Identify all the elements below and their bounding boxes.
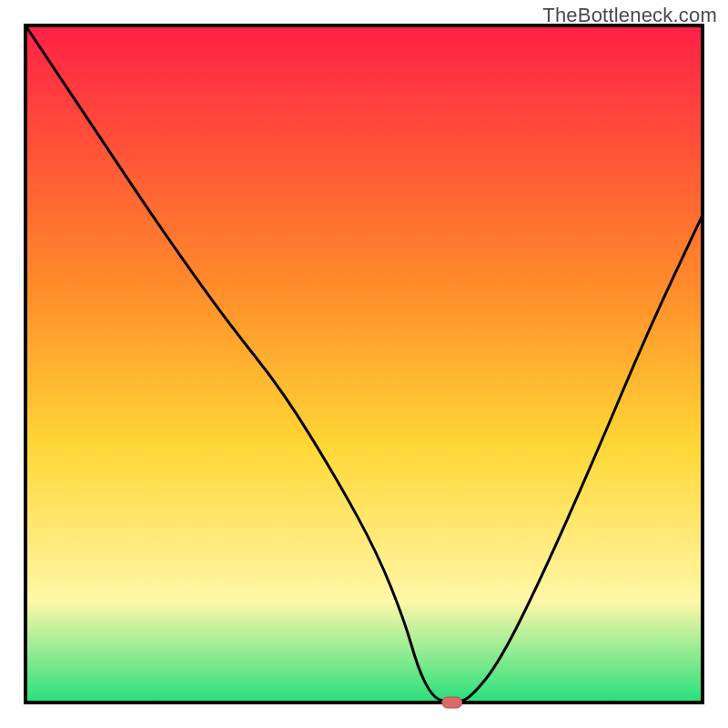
chart-container: { "watermark": "TheBottleneck.com", "col… [0, 0, 728, 728]
bottleneck-chart [0, 0, 728, 728]
watermark-text: TheBottleneck.com [542, 4, 717, 27]
plot-background [25, 25, 703, 703]
optimum-marker [442, 697, 462, 708]
